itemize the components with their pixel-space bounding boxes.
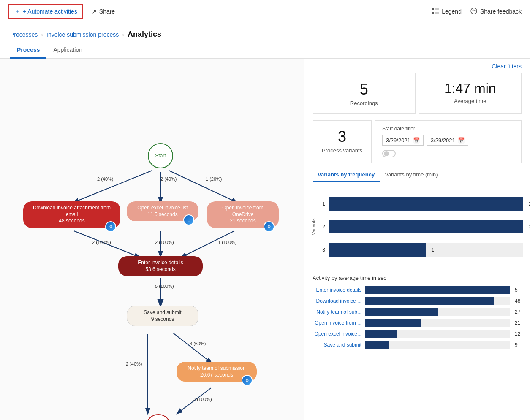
tabs-bar: Process Application [0, 42, 530, 59]
calendar-start-icon[interactable]: 📅 [413, 137, 420, 144]
start-node[interactable]: Start [148, 143, 173, 168]
svg-rect-1 [432, 12, 434, 14]
edge-excel-enter: 2 (100%) [155, 239, 174, 245]
bars-area: 1 2 2 2 [318, 189, 523, 265]
tab-application[interactable]: Application [46, 42, 89, 59]
chart-tabs: Variants by frequency Variants by time (… [304, 168, 530, 182]
edge-enter-save: 5 (100%) [155, 283, 174, 289]
top-bar: ＋ + Automate activities ↗ Share Legend S… [0, 0, 530, 23]
drive-bot-badge: ⚙ [264, 221, 275, 232]
top-bar-left: ＋ + Automate activities ↗ Share [8, 4, 115, 19]
breadcrumb-processes[interactable]: Processes [10, 31, 38, 38]
activity-value-5: 12 [515, 331, 523, 337]
chart-tab-time[interactable]: Variants by time (min) [380, 168, 443, 182]
date-toggle-switch[interactable] [382, 150, 396, 157]
feedback-button[interactable]: Share feedback [470, 8, 522, 16]
activity-row-2: Download invoice ... 48 [311, 297, 523, 305]
clear-filters-row: Clear filters [304, 59, 530, 71]
svg-rect-2 [435, 8, 439, 10]
open-excel-node[interactable]: Open excel invoice list11.5 seconds ⚙ [127, 201, 198, 221]
date-end-value: 3/29/2021 [431, 137, 455, 144]
activity-label-3: Notify team of sub... [311, 309, 361, 315]
download-node[interactable]: Download invoice attachment from email48… [23, 201, 120, 228]
date-filter-card: Start date filter 3/29/2021 📅 3/29/2021 … [375, 120, 522, 163]
end-node[interactable]: End [146, 414, 171, 420]
plus-icon: ＋ [14, 8, 20, 15]
breadcrumb-current: Analytics [128, 30, 161, 39]
variants-label: Process variants [321, 147, 363, 154]
open-drive-label: Open invoice from OneDrive21 seconds [213, 205, 273, 225]
activity-bar-fill-2 [365, 297, 494, 305]
breadcrumb-invoice[interactable]: Invoice submission process [46, 31, 119, 38]
save-submit-node[interactable]: Save and submit9 seconds [127, 306, 198, 326]
tab-process[interactable]: Process [10, 42, 46, 59]
stats-row: 5 Recordings 1:47 min Average time [304, 71, 530, 120]
notify-label: Notify team of submission26.67 seconds [188, 365, 245, 378]
bar-row-1: 1 2 [318, 197, 523, 211]
bar-fill-1: 2 [329, 197, 523, 211]
activity-title: Activity by average time in sec [311, 275, 523, 281]
enter-details-node[interactable]: Enter invoice details53.6 seconds [118, 256, 203, 276]
flow-canvas: Start 2 (40%) 2 (40%) 1 (20%) Download i… [0, 59, 304, 420]
bar-bg-3: 1 [329, 243, 523, 257]
activity-label-4: Open invoice from ... [311, 320, 361, 326]
open-drive-node[interactable]: Open invoice from OneDrive21 seconds ⚙ [207, 201, 279, 228]
activity-bar-fill-5 [365, 330, 397, 338]
activity-value-6: 9 [515, 342, 523, 348]
calendar-end-icon[interactable]: 📅 [458, 137, 465, 144]
bar-value-3: 1 [432, 247, 435, 253]
variants-date-row: 3 Process variants Start date filter 3/2… [304, 120, 530, 168]
activity-bar-fill-3 [365, 308, 438, 316]
avg-time-label: Average time [428, 98, 513, 104]
activity-bar-bg-4 [365, 319, 510, 327]
notify-node[interactable]: Notify team of submission26.67 seconds ⚙ [177, 362, 257, 382]
date-toggle [382, 150, 514, 157]
share-button[interactable]: ↗ Share [92, 8, 115, 15]
legend-button[interactable]: Legend [432, 8, 462, 16]
activity-section: Activity by average time in sec Enter in… [304, 271, 530, 359]
breadcrumb-sep1: › [41, 31, 43, 38]
bar-label-1: 1 [318, 201, 325, 207]
activity-bar-fill-1 [365, 286, 510, 294]
activity-row-5: Open excel invoice... 12 [311, 330, 523, 338]
activity-bar-bg-3 [365, 308, 510, 316]
automate-button[interactable]: ＋ + Automate activities [8, 4, 83, 19]
date-end-input[interactable]: 3/29/2021 📅 [427, 135, 468, 146]
activity-value-1: 5 [515, 287, 523, 293]
top-bar-right: Legend Share feedback [432, 8, 522, 16]
date-filter-label: Start date filter [382, 126, 514, 132]
activity-label-1: Enter invoice details [311, 287, 361, 293]
feedback-label: Share feedback [480, 8, 522, 15]
download-label: Download invoice attachment from email48… [29, 205, 114, 225]
breadcrumb-sep2: › [122, 31, 124, 38]
date-start-input[interactable]: 3/29/2021 📅 [382, 135, 424, 146]
edge-start-excel: 2 (40%) [160, 176, 177, 182]
bar-bg-2: 2 [329, 220, 523, 233]
edge-start-download: 2 (40%) [97, 176, 114, 182]
share-label: Share [99, 8, 115, 15]
legend-label: Legend [442, 8, 462, 15]
bar-label-2: 2 [318, 224, 325, 230]
edge-save-end: 2 (40%) [126, 361, 142, 367]
activity-value-2: 48 [515, 298, 523, 304]
chart-tab-frequency[interactable]: Variants by frequency [313, 168, 380, 182]
bar-fill-2: 2 [329, 220, 523, 233]
activity-row-1: Enter invoice details 5 [311, 286, 523, 294]
edge-download-enter: 2 (100%) [92, 239, 111, 245]
svg-line-5 [74, 171, 152, 202]
start-label: Start [155, 153, 166, 159]
clear-filters-button[interactable]: Clear filters [492, 63, 522, 70]
bar-label-3: 3 [318, 247, 325, 253]
activity-value-3: 27 [515, 309, 523, 315]
edge-start-drive: 1 (20%) [206, 176, 222, 182]
activity-bar-bg-5 [365, 330, 510, 338]
svg-rect-0 [432, 8, 434, 10]
bar-fill-3: 1 [329, 243, 426, 257]
activity-bar-bg-6 [365, 341, 510, 349]
legend-icon [432, 8, 439, 16]
activity-value-4: 21 [515, 320, 523, 326]
date-inputs: 3/29/2021 📅 3/29/2021 📅 [382, 135, 514, 146]
variants-card: 3 Process variants [313, 120, 372, 163]
svg-point-4 [471, 8, 477, 14]
bar-bg-1: 2 [329, 197, 523, 211]
